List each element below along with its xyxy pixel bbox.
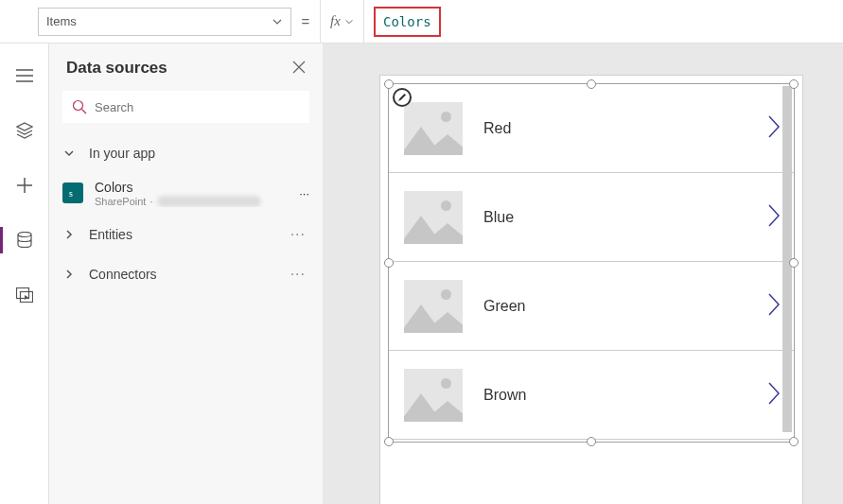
screen-frame: Red Blue Green [380, 76, 802, 504]
database-icon [17, 232, 32, 249]
pencil-icon [397, 93, 407, 102]
gallery-row[interactable]: Red [389, 84, 794, 173]
selection-handle[interactable] [384, 258, 394, 268]
close-icon [292, 61, 306, 74]
chevron-right-icon [767, 381, 781, 406]
row-title: Green [483, 298, 746, 315]
section-connectors[interactable]: Connectors ··· [49, 254, 323, 294]
chevron-down-icon [62, 148, 76, 159]
rail-add[interactable] [4, 170, 45, 200]
close-panel-button[interactable] [292, 61, 306, 77]
media-icon [16, 287, 33, 303]
formula-text: Colors [374, 7, 441, 37]
search-box[interactable] [62, 91, 309, 123]
selection-handle[interactable] [587, 79, 596, 89]
datasource-colors[interactable]: s Colors SharePoint· ··· [49, 172, 323, 215]
row-arrow[interactable] [767, 114, 781, 142]
search-icon [72, 99, 87, 114]
selection-handle[interactable] [384, 437, 394, 446]
redacted-text [157, 196, 261, 207]
selection-handle[interactable] [789, 79, 799, 89]
gallery-control[interactable]: Red Blue Green [388, 83, 795, 443]
section-in-your-app[interactable]: In your app ­ [49, 134, 323, 172]
chevron-right-icon [767, 203, 781, 228]
chevron-right-icon [767, 114, 781, 139]
panel-title: Data sources [66, 59, 167, 78]
datasource-subtitle: SharePoint· [95, 196, 288, 207]
search-input[interactable] [95, 100, 300, 114]
section-more-button[interactable]: ··· [290, 226, 309, 243]
rail-media[interactable] [4, 280, 45, 310]
row-arrow[interactable] [767, 203, 781, 231]
property-dropdown[interactable]: Items [38, 8, 291, 36]
row-title: Red [483, 120, 746, 137]
row-title: Blue [483, 209, 746, 226]
row-arrow[interactable] [767, 381, 781, 408]
left-rail [0, 43, 49, 504]
datasource-text: Colors SharePoint· [95, 180, 288, 207]
hamburger-icon [16, 69, 33, 82]
selection-handle[interactable] [789, 437, 799, 446]
selection-handle[interactable] [384, 79, 394, 89]
plus-icon [17, 178, 32, 193]
fx-button[interactable]: fx [320, 0, 363, 43]
chevron-down-icon [272, 16, 283, 27]
selection-handle[interactable] [587, 437, 596, 446]
section-more-button[interactable]: ··· [290, 266, 309, 283]
main-area: Data sources In your app ­ s Colors Shar… [0, 43, 843, 504]
sharepoint-icon: s [62, 182, 83, 203]
fx-icon: fx [330, 13, 341, 29]
section-label: In your app [89, 146, 292, 161]
gallery-row[interactable]: Blue [389, 173, 794, 262]
chevron-right-icon [62, 269, 76, 280]
rail-data[interactable] [4, 225, 45, 255]
section-label: Entities [89, 227, 277, 242]
image-placeholder [404, 191, 463, 244]
selection-handle[interactable] [789, 258, 799, 268]
svg-point-0 [18, 233, 31, 237]
section-entities[interactable]: Entities ··· [49, 215, 323, 254]
datasource-name: Colors [95, 180, 288, 196]
chevron-right-icon [767, 292, 781, 317]
image-placeholder [404, 102, 463, 155]
panel-header: Data sources [49, 43, 323, 87]
image-placeholder [404, 280, 463, 333]
layers-icon [16, 122, 33, 139]
canvas[interactable]: Red Blue Green [324, 43, 843, 504]
image-placeholder [404, 369, 463, 422]
formula-toolbar: Items = fx Colors [0, 0, 843, 43]
rail-tree-view[interactable] [4, 61, 45, 91]
data-sources-panel: Data sources In your app ­ s Colors Shar… [49, 43, 324, 504]
row-arrow[interactable] [767, 292, 781, 320]
svg-text:s: s [69, 188, 73, 199]
section-label: Connectors [89, 267, 277, 282]
gallery-row[interactable]: Brown [389, 351, 794, 440]
row-title: Brown [483, 387, 746, 404]
chevron-down-icon [344, 17, 354, 26]
chevron-right-icon [62, 229, 76, 240]
property-name: Items [46, 14, 77, 28]
edit-template-button[interactable] [393, 88, 412, 107]
svg-point-3 [74, 101, 83, 111]
equals-sign: = [291, 13, 320, 29]
datasource-more-button[interactable]: ··· [299, 186, 309, 200]
rail-insert[interactable] [4, 115, 45, 146]
formula-input[interactable]: Colors [363, 0, 843, 43]
gallery-row[interactable]: Green [389, 262, 794, 351]
